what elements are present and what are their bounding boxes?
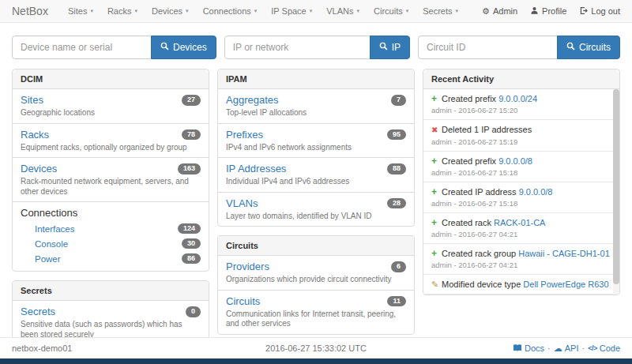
prefixes-link[interactable]: Prefixes: [226, 129, 263, 141]
secrets-count-badge: 0: [186, 306, 201, 317]
nav-item-label: VLANs: [326, 6, 353, 16]
activity-object-link[interactable]: 9.0.0.0/8: [519, 187, 553, 197]
book-icon: [513, 343, 522, 354]
activity-row: +Created prefix 9.0.0.0/8 admin - 2016-0…: [423, 152, 613, 182]
providers-link[interactable]: Providers: [226, 261, 269, 273]
profile-link[interactable]: Profile: [530, 6, 566, 17]
secrets-link[interactable]: Secrets: [21, 306, 55, 318]
devices-count-badge: 163: [178, 163, 201, 174]
nav-item-ip-space[interactable]: IP Space ▾: [264, 0, 319, 22]
column-ipam: IPAM Aggregates 7 Top-level IP allocatio…: [217, 69, 415, 335]
device-search-button-label: Devices: [173, 42, 207, 53]
bottom-bar: [0, 358, 632, 364]
ip-addresses-count-badge: 88: [387, 163, 406, 174]
footer-hostname: netbox-demo01: [12, 343, 265, 353]
activity-object-link[interactable]: Dell PowerEdge R630: [523, 280, 608, 289]
person-icon: [530, 6, 539, 17]
search-icon: [379, 42, 388, 53]
circuit-search-button[interactable]: Circuits: [557, 36, 620, 59]
netbox-brand[interactable]: NetBox: [12, 5, 48, 17]
api-link[interactable]: ☁ API: [554, 343, 579, 354]
docs-link[interactable]: Docs: [513, 343, 544, 354]
circuit-search-input[interactable]: [418, 36, 558, 59]
list-item-racks: Racks 78 Equipment racks, optionally org…: [13, 124, 209, 159]
admin-label: Admin: [493, 6, 517, 16]
activity-action: Created rack group: [442, 249, 516, 258]
device-search-input[interactable]: [12, 36, 152, 59]
list-item-vlans: VLANs 28 Layer two domains, identified b…: [218, 193, 414, 227]
chevron-down-icon: ▾: [90, 8, 93, 14]
list-item-ip-addresses: IP Addresses 88 Individual IPv4 and IPv6…: [218, 158, 414, 193]
ip-search-button[interactable]: IP: [370, 36, 410, 59]
nav-item-vlans[interactable]: VLANs ▾: [319, 0, 367, 22]
circuits-link[interactable]: Circuits: [226, 295, 260, 308]
nav-item-devices[interactable]: Devices ▾: [145, 0, 196, 22]
interfaces-link[interactable]: Interfaces: [35, 224, 75, 234]
ip-addresses-link[interactable]: IP Addresses: [226, 163, 286, 175]
panel-ipam: IPAM Aggregates 7 Top-level IP allocatio…: [217, 69, 415, 227]
recent-activity-list: +Created prefix 9.0.0.0/24 admin - 2016-…: [423, 89, 619, 295]
activity-object-link[interactable]: Hawaii - CAGE-DH1-01: [518, 249, 610, 258]
column-activity: Recent Activity +Created prefix 9.0.0.0/…: [423, 69, 620, 295]
search-icon: [160, 42, 169, 53]
nav-item-circuits[interactable]: Circuits ▾: [367, 0, 416, 22]
activity-action: Deleted 1 IP addresses: [442, 125, 532, 134]
pencil-icon: ✎: [431, 279, 442, 290]
activity-row: +Created IP address 9.0.0.0/8 admin - 20…: [423, 182, 613, 213]
sites-link[interactable]: Sites: [21, 94, 43, 107]
connections-row-power: Power 86: [21, 251, 201, 266]
providers-description: Organizations which provide circuit conn…: [226, 275, 406, 285]
sites-description: Geographic locations: [21, 108, 201, 118]
activity-row: +Created rack RACK-01-CA admin - 2016-06…: [423, 213, 613, 244]
list-item-devices: Devices 163 Rack-mounted network equipme…: [13, 158, 209, 202]
list-item-providers: Providers 6 Organizations which provide …: [218, 256, 414, 291]
activity-scrollbar-thumb[interactable]: [613, 89, 619, 284]
code-icon: </>: [588, 344, 597, 352]
activity-meta: admin - 2016-06-27 15:20: [431, 106, 611, 115]
nav-item-connections[interactable]: Connections ▾: [196, 0, 265, 22]
code-link[interactable]: </> Code: [588, 343, 620, 353]
nav-item-label: Devices: [152, 6, 182, 16]
admin-link[interactable]: ⚙ Admin: [482, 6, 517, 16]
api-label: API: [565, 343, 579, 353]
ip-search-button-label: IP: [392, 42, 401, 53]
panel-recent-activity: Recent Activity +Created prefix 9.0.0.0/…: [423, 69, 620, 295]
device-search-button[interactable]: Devices: [151, 36, 216, 59]
circuits-description: Communication links for Internet transit…: [226, 310, 406, 329]
nav-item-label: Racks: [107, 6, 132, 16]
vlans-link[interactable]: VLANs: [226, 197, 258, 210]
chevron-down-icon: ▾: [254, 8, 258, 14]
ip-search-input[interactable]: [224, 36, 371, 59]
activity-object-link[interactable]: RACK-01-CA: [494, 218, 545, 227]
list-item-sites: Sites 27 Geographic locations: [13, 89, 209, 124]
device-search-group: Devices: [12, 36, 216, 59]
power-link[interactable]: Power: [35, 254, 61, 264]
chevron-down-icon: ▾: [134, 8, 137, 14]
activity-action: Created rack: [442, 218, 491, 227]
activity-row: ✖Deleted 1 IP addresses admin - 2016-06-…: [423, 120, 613, 152]
activity-object-link[interactable]: 9.0.0.0/8: [498, 156, 532, 166]
page-footer: netbox-demo01 2016-06-27 15:33:02 UTC Do…: [0, 337, 632, 358]
prefixes-count-badge: 95: [387, 129, 406, 141]
nav-item-sites[interactable]: Sites ▾: [61, 0, 100, 22]
panel-dcim-header: DCIM: [13, 69, 209, 89]
plus-icon: +: [431, 186, 442, 197]
providers-count-badge: 6: [391, 261, 406, 272]
quick-search-row: Devices IP Circuits: [0, 23, 632, 69]
footer-timestamp: 2016-06-27 15:33:02 UTC: [265, 343, 367, 353]
list-item-prefixes: Prefixes 95 IPv4 and IPv6 network assign…: [218, 124, 414, 159]
activity-meta: admin - 2016-06-27 15:18: [431, 199, 611, 208]
nav-item-secrets[interactable]: Secrets ▾: [416, 0, 465, 22]
interfaces-count-badge: 124: [178, 223, 201, 235]
nav-item-racks[interactable]: Racks ▾: [100, 0, 145, 22]
footer-links: Docs · ☁ API · </> Code: [367, 343, 620, 354]
console-link[interactable]: Console: [35, 239, 68, 249]
activity-object-link[interactable]: 9.0.0.0/24: [498, 94, 537, 103]
racks-link[interactable]: Racks: [21, 129, 49, 141]
activity-action: Modified device type: [442, 280, 521, 289]
aggregates-link[interactable]: Aggregates: [226, 94, 279, 107]
activity-scrollbar-track[interactable]: [613, 89, 619, 295]
devices-link[interactable]: Devices: [21, 163, 57, 175]
logout-link[interactable]: Log out: [579, 6, 620, 17]
activity-row: ✎Modified device type Dell PowerEdge R63…: [423, 275, 613, 295]
